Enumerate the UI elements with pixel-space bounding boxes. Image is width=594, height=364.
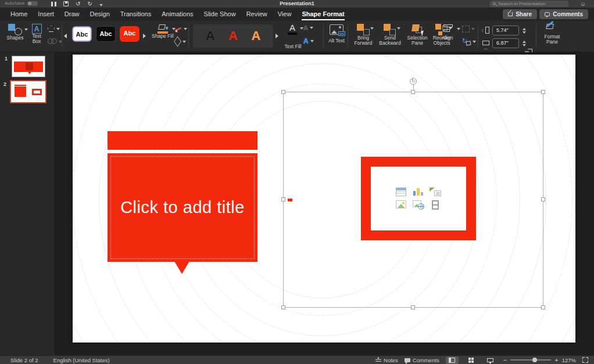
resize-handle-bottom-right[interactable] <box>541 305 545 309</box>
chevron-down-icon[interactable] <box>471 28 475 30</box>
tab-shape-format[interactable]: Shape Format <box>296 8 349 21</box>
insert-video-icon[interactable] <box>430 200 441 210</box>
shapes-button[interactable]: Shapes <box>3 24 27 41</box>
tab-view[interactable]: View <box>273 8 297 21</box>
chevron-down-icon[interactable] <box>473 41 476 43</box>
insert-chart-icon[interactable] <box>413 188 424 197</box>
resize-handle-middle-right[interactable] <box>541 197 545 201</box>
chevron-down-icon[interactable] <box>370 27 374 30</box>
ribbon-tabbar: Home Insert Draw Design Transitions Anim… <box>0 8 594 21</box>
wordart-style-2[interactable]: A <box>228 25 238 47</box>
text-outline-icon: A <box>303 24 308 31</box>
red-banner-shape[interactable] <box>108 131 257 150</box>
fit-to-window-icon[interactable] <box>582 357 588 363</box>
shape-effects-button[interactable] <box>174 38 186 45</box>
insert-picture-icon[interactable] <box>396 200 407 210</box>
zoom-slider-knob[interactable] <box>532 358 537 362</box>
selection-pane-button[interactable]: Selection Pane <box>405 24 430 46</box>
chevron-down-icon[interactable] <box>183 41 186 43</box>
height-stepper[interactable] <box>523 28 526 34</box>
chevron-down-icon[interactable] <box>56 28 60 30</box>
normal-view-button[interactable] <box>446 356 459 364</box>
text-fill-button[interactable]: A <box>284 23 301 35</box>
edit-shape-button[interactable] <box>48 26 60 32</box>
group-separator <box>323 24 324 48</box>
insert-smartart-icon[interactable] <box>430 188 441 197</box>
share-button[interactable]: Share <box>503 9 537 19</box>
tab-review[interactable]: Review <box>241 8 273 21</box>
pencil-icon <box>174 26 182 32</box>
selection-pane-icon <box>411 24 424 35</box>
insert-online-picture-icon[interactable] <box>413 200 424 210</box>
zoom-in-button[interactable]: + <box>554 356 558 364</box>
content-placeholder-body[interactable] <box>371 167 466 230</box>
group-objects-button[interactable] <box>462 26 475 33</box>
text-box-button[interactable]: A Text Box <box>28 24 45 44</box>
content-placeholder-frame[interactable] <box>361 157 476 240</box>
shape-width-field[interactable]: 6.87" <box>492 38 519 48</box>
wordart-gallery-next-button[interactable] <box>275 34 278 38</box>
chevron-down-icon[interactable] <box>310 40 314 42</box>
tab-draw[interactable]: Draw <box>59 8 85 21</box>
slide-sorter-icon <box>468 358 474 363</box>
chevron-down-icon[interactable] <box>184 28 187 30</box>
feedback-smiley-icon[interactable]: ☺ <box>580 0 586 8</box>
align-button[interactable]: ← Align <box>437 24 458 41</box>
shape-style-option-3[interactable]: Abc <box>120 26 139 42</box>
chevron-down-icon[interactable] <box>310 27 313 29</box>
title-callout-shape[interactable]: Click to add title <box>108 153 257 262</box>
style-gallery-next-button[interactable] <box>143 34 146 38</box>
chevron-down-icon[interactable] <box>457 28 460 30</box>
bring-forward-button[interactable]: Bring Forward <box>351 24 375 46</box>
slide-sorter-button[interactable] <box>465 356 478 364</box>
wordart-style-1[interactable]: A <box>206 25 215 47</box>
comments-button[interactable]: Comments <box>539 9 588 19</box>
alt-text-button[interactable]: Alt Text <box>327 24 346 44</box>
zoom-level[interactable]: 127% <box>562 357 576 363</box>
shape-style-option-1[interactable]: Abc <box>72 26 92 42</box>
shape-height-field[interactable]: 5.74" <box>492 26 519 35</box>
text-outline-button[interactable]: A <box>303 24 313 31</box>
language-indicator[interactable]: English (United States) <box>53 357 110 363</box>
merge-shapes-button[interactable] <box>48 38 62 45</box>
shape-style-option-2[interactable]: Abc <box>96 26 116 42</box>
tab-animations[interactable]: Animations <box>156 8 198 21</box>
tab-slide-show[interactable]: Slide Show <box>199 8 241 21</box>
resize-handle-top-right[interactable] <box>541 90 545 94</box>
tab-transitions[interactable]: Transitions <box>115 8 156 21</box>
statusbar: Slide 2 of 2 English (United States) Not… <box>0 355 594 364</box>
zoom-slider[interactable] <box>510 359 551 361</box>
comments-icon <box>405 358 410 362</box>
notes-toggle-button[interactable]: Notes <box>375 357 398 363</box>
slide-1-thumbnail[interactable] <box>12 56 45 77</box>
search-input[interactable]: Search in Presentation <box>490 1 568 7</box>
slide-2-thumbnail-selected[interactable] <box>10 80 46 103</box>
wordart-style-3[interactable]: A <box>251 25 260 47</box>
rotate-objects-button[interactable]: ↻ <box>462 38 476 45</box>
tab-home[interactable]: Home <box>5 8 33 21</box>
rotate-handle[interactable]: ↻ <box>410 78 417 85</box>
resize-handle-middle-left[interactable] <box>281 197 285 201</box>
text-box-icon: A <box>32 24 42 34</box>
slideshow-button[interactable] <box>484 356 497 364</box>
titlebar: AutoSave ↺ ↻ Presentation1 Search in Pre… <box>0 0 594 8</box>
shape-outline-button[interactable] <box>174 26 187 32</box>
insert-table-icon[interactable] <box>396 188 407 197</box>
title-placeholder-text[interactable]: Click to add title <box>108 153 257 262</box>
format-pane-button[interactable]: Format Pane <box>539 24 565 45</box>
resize-handle-bottom-middle[interactable] <box>411 305 415 309</box>
group-separator <box>536 24 536 48</box>
style-gallery-prev-button[interactable] <box>64 34 67 38</box>
tab-design[interactable]: Design <box>85 8 115 21</box>
tab-insert[interactable]: Insert <box>33 8 59 21</box>
comments-toggle-button[interactable]: Comments <box>405 357 439 363</box>
resize-handle-top-left[interactable] <box>281 90 285 94</box>
chevron-down-icon[interactable] <box>397 27 400 30</box>
send-backward-button[interactable]: Send Backward <box>377 24 403 46</box>
resize-handle-top-middle[interactable] <box>411 90 415 94</box>
zoom-out-button[interactable]: − <box>503 356 507 364</box>
slide-2-editing-surface[interactable]: Click to add title ↻ <box>73 55 575 343</box>
resize-handle-bottom-left[interactable] <box>281 305 285 309</box>
shape-fill-button[interactable]: Shape Fill <box>151 23 174 39</box>
width-stepper[interactable] <box>523 41 526 46</box>
